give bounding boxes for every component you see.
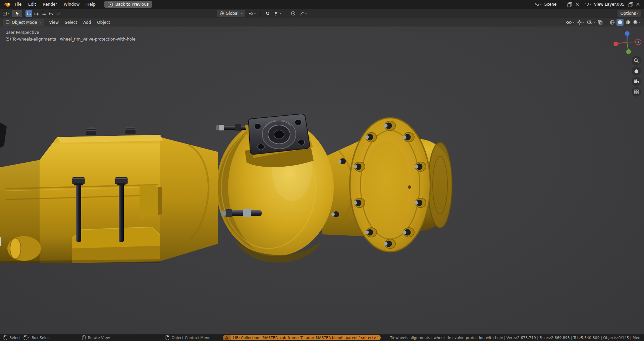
background-object [0,122,7,148]
top-cover-plate[interactable] [249,114,310,154]
viewport-3d[interactable]: User Perspective (5) To-wheels-alignment… [0,26,644,334]
camera-view-button[interactable] [632,77,641,86]
active-object-label: (5) To-wheels-alignments | wheel_rim_val… [5,37,136,42]
mode-dropdown[interactable]: Object Mode [3,19,44,26]
close-icon [575,2,579,6]
view-layer-browse-dropdown[interactable] [585,1,591,8]
shading-wireframe-button[interactable] [609,19,616,26]
select-mode-subtract-button[interactable] [40,10,47,17]
scene-stats: To-wheels-alignments | wheel_rim_valve-p… [390,336,641,340]
divider [606,20,606,25]
menu-edit[interactable]: Edit [25,0,39,9]
select-mode-new-button[interactable] [25,10,32,17]
library-warning-badge[interactable]: LIB: Collection: 'MASTER_cab-frame_T...a… [223,335,381,340]
view-layer-name-field[interactable]: View Layer.005 [592,2,627,7]
topbar: File Edit Render Window Help Back to Pre… [0,0,644,9]
xray-icon [598,20,603,25]
gizmo-toggle-icon [577,20,582,25]
gizmo-z-axis [625,31,630,36]
eye-icon [566,20,572,24]
shading-rendered-button[interactable] [632,19,641,26]
viewport-tools [632,56,641,97]
falloff-curve-icon [300,11,304,16]
axle-housing-left[interactable] [0,122,163,263]
view-perspective-label: User Perspective [5,30,39,35]
shading-solid-button[interactable] [616,19,624,26]
menu-render[interactable]: Render [39,0,60,9]
duplicate-icon [628,2,633,7]
select-new-icon [26,11,31,16]
select-subtract-icon [41,11,46,16]
select-mode-intersect-button[interactable] [55,10,62,17]
select-intersect-icon [56,11,61,16]
pivot-point-icon [248,11,253,16]
editor-type-dropdown[interactable] [3,10,9,17]
mouse-right-icon [165,335,169,340]
new-view-layer-button[interactable] [627,1,634,8]
pivot-point-dropdown[interactable] [247,10,257,17]
scene-browse-dropdown[interactable] [535,1,542,8]
warning-triangle-icon [223,335,231,340]
transform-snap-cluster: Global [217,10,308,17]
rendered-sphere-icon [633,20,638,25]
left-cylinder-boss [7,236,41,261]
select-invert-icon [49,11,53,16]
overlays-dropdown[interactable] [586,19,596,26]
options-dropdown[interactable]: Options [618,10,641,17]
tool-settings-bar: Global [0,9,644,18]
object-mode-icon [5,20,10,24]
duplicate-icon [567,2,572,7]
snap-toggle-button[interactable] [264,10,271,17]
xray-toggle-button[interactable] [597,19,604,26]
active-tool-tweak-button[interactable] [12,10,22,17]
axle-3d-model[interactable] [0,26,644,334]
wheel-hub-flange[interactable] [350,118,430,252]
pan-button[interactable] [632,66,641,76]
gizmos-dropdown[interactable] [576,19,585,26]
top-hex-bolts[interactable] [86,127,136,135]
select-mode-group [25,10,62,17]
menu-help[interactable]: Help [83,0,99,9]
viewport-header-right [565,19,641,26]
camera-icon [634,79,639,84]
back-screen-icon [108,2,113,7]
zoom-button[interactable] [632,56,641,65]
unlink-scene-button[interactable] [574,1,581,8]
visibility-dropdown[interactable] [565,19,575,26]
overlays-icon [587,20,593,24]
menu-window[interactable]: Window [60,0,83,9]
divider [260,11,261,16]
snap-settings-dropdown[interactable] [273,10,282,17]
menu-select[interactable]: Select [62,18,80,27]
proportional-falloff-dropdown[interactable] [299,10,308,17]
hint-rotate-view: Rotate View [82,335,110,340]
gizmo-x-neg-axis [613,42,618,46]
back-button-label: Back to Previous [115,2,149,7]
hand-icon [634,68,639,74]
menu-view[interactable]: View [46,18,62,27]
cursor-arrow-icon [15,11,20,16]
transform-orientation-dropdown[interactable]: Global [217,10,245,17]
menu-object[interactable]: Object [94,18,113,27]
back-to-previous-button[interactable]: Back to Previous [104,1,152,8]
close-icon [636,2,640,6]
select-mode-invert-button[interactable] [48,10,54,17]
gizmo-y-axis [626,49,631,54]
orientation-value: Global [226,11,238,16]
hint-context-menu: Object Context Menu [165,335,210,340]
select-mode-extend-button[interactable] [33,10,40,17]
gizmo-x-label: X [637,41,639,44]
axle-taper[interactable] [160,137,218,261]
menu-add[interactable]: Add [80,18,94,27]
mode-value: Object Mode [12,20,37,25]
navigation-gizmo[interactable]: X [611,27,642,58]
remove-view-layer-button[interactable] [635,1,641,8]
mouse-left-icon [3,335,7,340]
toggle-ortho-button[interactable] [632,87,641,97]
shading-material-button[interactable] [624,19,631,26]
menu-file[interactable]: File [11,0,25,9]
scene-name-field[interactable]: Scene [542,2,566,7]
proportional-editing-toggle[interactable] [290,10,297,17]
new-scene-button[interactable] [567,1,573,8]
blender-logo-icon[interactable] [3,2,11,7]
